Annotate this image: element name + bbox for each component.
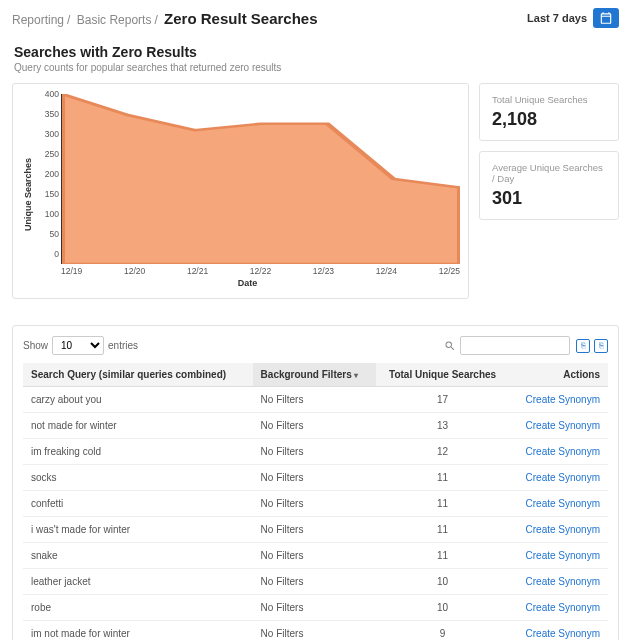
table-row: im freaking coldNo Filters12Create Synon… xyxy=(23,439,608,465)
stat-value: 301 xyxy=(492,188,606,209)
results-table-section: Show 10 entries ⎘ ⎘ Search Query (simila… xyxy=(12,325,619,640)
cell-total: 10 xyxy=(376,595,510,621)
create-synonym-link[interactable]: Create Synonym xyxy=(510,387,608,413)
cell-total: 12 xyxy=(376,439,510,465)
col-actions: Actions xyxy=(510,363,608,387)
cell-query: robe xyxy=(23,595,253,621)
table-row: socksNo Filters11Create Synonym xyxy=(23,465,608,491)
section-subtitle: Query counts for popular searches that r… xyxy=(14,62,617,73)
table-row: im not made for winterNo Filters9Create … xyxy=(23,621,608,641)
cell-total: 11 xyxy=(376,517,510,543)
stat-total-searches: Total Unique Searches 2,108 xyxy=(479,83,619,141)
cell-query: im freaking cold xyxy=(23,439,253,465)
entries-selector: Show 10 entries xyxy=(23,336,138,355)
cell-query: not made for winter xyxy=(23,413,253,439)
cell-total: 17 xyxy=(376,387,510,413)
create-synonym-link[interactable]: Create Synonym xyxy=(510,543,608,569)
col-query[interactable]: Search Query (similar queries combined) xyxy=(23,363,253,387)
create-synonym-link[interactable]: Create Synonym xyxy=(510,439,608,465)
create-synonym-link[interactable]: Create Synonym xyxy=(510,569,608,595)
cell-filters: No Filters xyxy=(253,595,376,621)
cell-total: 10 xyxy=(376,569,510,595)
show-label: Show xyxy=(23,340,48,351)
cell-query: socks xyxy=(23,465,253,491)
create-synonym-link[interactable]: Create Synonym xyxy=(510,413,608,439)
cell-filters: No Filters xyxy=(253,465,376,491)
create-synonym-link[interactable]: Create Synonym xyxy=(510,595,608,621)
results-table: Search Query (similar queries combined) … xyxy=(23,363,608,640)
export-icon-2[interactable]: ⎘ xyxy=(594,339,608,353)
create-synonym-link[interactable]: Create Synonym xyxy=(510,465,608,491)
cell-query: im not made for winter xyxy=(23,621,253,641)
crumb-current: Zero Result Searches xyxy=(164,10,317,27)
table-row: i was't made for winterNo Filters11Creat… xyxy=(23,517,608,543)
cell-total: 11 xyxy=(376,543,510,569)
entries-label: entries xyxy=(108,340,138,351)
table-row: confettiNo Filters11Create Synonym xyxy=(23,491,608,517)
table-row: leather jacketNo Filters10Create Synonym xyxy=(23,569,608,595)
crumb-basic-reports[interactable]: Basic Reports xyxy=(77,13,152,27)
cell-query: snake xyxy=(23,543,253,569)
chart-xlabel: Date xyxy=(35,278,460,288)
search-input[interactable] xyxy=(460,336,570,355)
chart-yaxis: 400350300250200150100500 xyxy=(35,94,59,264)
export-icon-1[interactable]: ⎘ xyxy=(576,339,590,353)
date-range-label: Last 7 days xyxy=(527,12,587,24)
chart-ylabel: Unique Searches xyxy=(21,94,35,294)
chart-xaxis: 12/1912/2012/2112/2212/2312/2412/25 xyxy=(61,264,460,276)
table-row: snakeNo Filters11Create Synonym xyxy=(23,543,608,569)
date-range-picker[interactable]: Last 7 days xyxy=(527,8,619,28)
chart-plot xyxy=(62,94,460,264)
chart-card: Unique Searches 400350300250200150100500… xyxy=(12,83,469,299)
cell-filters: No Filters xyxy=(253,517,376,543)
cell-query: confetti xyxy=(23,491,253,517)
cell-filters: No Filters xyxy=(253,491,376,517)
table-row: not made for winterNo Filters13Create Sy… xyxy=(23,413,608,439)
cell-total: 11 xyxy=(376,491,510,517)
stat-label: Total Unique Searches xyxy=(492,94,606,105)
col-filters[interactable]: Background Filters▾ xyxy=(253,363,376,387)
calendar-icon xyxy=(593,8,619,28)
section-title: Searches with Zero Results xyxy=(14,44,617,60)
stat-value: 2,108 xyxy=(492,109,606,130)
cell-total: 13 xyxy=(376,413,510,439)
stat-label: Average Unique Searches / Day xyxy=(492,162,606,184)
cell-query: leather jacket xyxy=(23,569,253,595)
create-synonym-link[interactable]: Create Synonym xyxy=(510,621,608,641)
cell-filters: No Filters xyxy=(253,543,376,569)
cell-query: i was't made for winter xyxy=(23,517,253,543)
create-synonym-link[interactable]: Create Synonym xyxy=(510,491,608,517)
breadcrumb: Reporting/ Basic Reports/ Zero Result Se… xyxy=(12,10,318,27)
cell-filters: No Filters xyxy=(253,387,376,413)
table-row: robeNo Filters10Create Synonym xyxy=(23,595,608,621)
cell-filters: No Filters xyxy=(253,413,376,439)
page-size-select[interactable]: 10 xyxy=(52,336,104,355)
crumb-reporting[interactable]: Reporting xyxy=(12,13,64,27)
stat-avg-searches: Average Unique Searches / Day 301 xyxy=(479,151,619,220)
table-row: carzy about youNo Filters17Create Synony… xyxy=(23,387,608,413)
cell-filters: No Filters xyxy=(253,621,376,641)
cell-total: 11 xyxy=(376,465,510,491)
cell-filters: No Filters xyxy=(253,439,376,465)
cell-query: carzy about you xyxy=(23,387,253,413)
create-synonym-link[interactable]: Create Synonym xyxy=(510,517,608,543)
search-icon xyxy=(444,340,456,352)
cell-filters: No Filters xyxy=(253,569,376,595)
cell-total: 9 xyxy=(376,621,510,641)
col-total[interactable]: Total Unique Searches xyxy=(376,363,510,387)
